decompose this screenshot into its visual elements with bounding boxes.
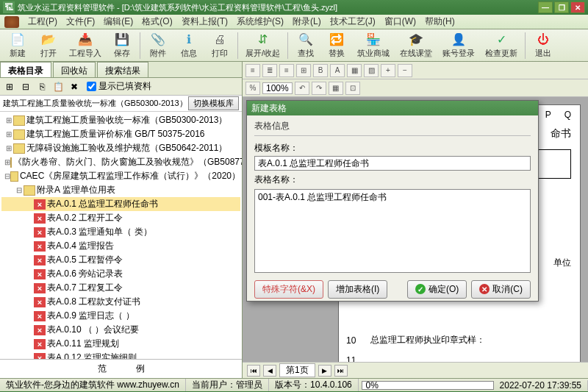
menu-item[interactable]: 格式(O) [137,14,176,29]
tree-label: 表A.0.2 工程开工令 [47,212,123,224]
status-company: 筑业软件-您身边的建筑软件 www.zhuyew.cn [0,379,186,391]
grid-icon[interactable]: ▦ [329,82,343,95]
expand-icon[interactable]: ⊟ [4,172,10,180]
table-name-label: 表格名称： [254,174,531,186]
toolbar-附件[interactable]: 📎附件 [143,31,173,60]
undo-icon[interactable]: ↶ [295,82,309,95]
toolbar-退出[interactable]: ⏻退出 [528,31,558,60]
template-name-input[interactable] [254,156,531,171]
add-table-button[interactable]: 增加表格(I) [328,280,387,299]
pager-prev-icon[interactable]: ◀ [263,365,276,377]
toolbar-打印[interactable]: 🖨打印 [205,31,234,60]
tree-node[interactable]: ×表A.0.1 总监理工程师任命书 [1,197,240,211]
paste-icon[interactable]: 📋 [51,80,65,93]
expand-icon[interactable]: ⊞ [4,130,13,138]
tree-node[interactable]: ×表A.0.8 工程款支付证书 [1,295,240,309]
expand-icon[interactable]: ⊞ [4,158,10,166]
status-user: 当前用户：管理员 [186,379,269,391]
menu-item[interactable]: 帮助(H) [420,14,459,29]
toolbar-在线课堂[interactable]: 🎓在线课堂 [395,31,437,60]
table-name-textarea[interactable] [254,189,531,273]
show-filled-checkbox[interactable] [87,82,96,91]
tree-node[interactable]: ⊞无障碍设施施工验收及维护规范（GB50642-2011） [1,141,240,155]
toolbar-检查更新[interactable]: ✓检查更新 [481,31,522,60]
toolbar-信息[interactable]: ℹ信息 [174,31,204,60]
toolbar-新建[interactable]: 📄新建 [3,31,32,60]
tree-node[interactable]: ×表A.0.4 监理报告 [1,239,240,253]
tree-node[interactable]: ×表A.0.2 工程开工令 [1,211,240,225]
bold-icon[interactable]: B [313,64,328,77]
tree-node[interactable]: ×表A.0.11 监理规划 [1,337,240,351]
tree-node[interactable]: ×表A.0.12 监理实施细则 [1,351,240,359]
tree-node[interactable]: ⊞建筑工程施工质量验收统一标准（GB50300-2013） [1,113,240,127]
toolbar-替换[interactable]: 🔁替换 [322,31,351,60]
tree-node[interactable]: ×表A.0.5 工程暂停令 [1,253,240,267]
fill-icon[interactable]: ▨ [364,64,379,77]
pager-next-icon[interactable]: ▶ [318,365,331,377]
toolbar-打开[interactable]: 📂打开 [34,31,63,60]
expand-all-icon[interactable]: ⊞ [3,80,16,93]
pager-last-icon[interactable]: ⏭ [334,365,348,377]
ok-button[interactable]: ✓确定(O) [407,280,467,299]
menu-item[interactable]: 编辑(E) [99,14,137,29]
pager-first-icon[interactable]: ⏮ [247,365,260,377]
menu-item[interactable]: 系统维护(S) [232,14,288,29]
zoom-value[interactable]: 100% [262,82,293,94]
align-right-icon[interactable]: ≡ [279,64,294,77]
tree-node[interactable]: ×表A.0.6 旁站记录表 [1,267,240,281]
tree-node[interactable]: ⊟CAEC《房屋建筑工程监理工作标准（试行）》（2020） [1,169,240,183]
zoom-icon[interactable]: % [245,82,260,95]
tree-node[interactable]: ×表A.0.10 （ ）会议纪要 [1,323,240,337]
expand-icon[interactable]: ⊟ [15,186,24,194]
toolbar-查找[interactable]: 🔍查找 [291,31,320,60]
main-toolbar: 📄新建📂打开📥工程导入💾保存📎附件ℹ信息🖨打印⇵展开/收起🔍查找🔁替换🏪筑业商城… [0,29,588,62]
font-color-icon[interactable]: A [330,64,345,77]
toolbar-label: 检查更新 [485,48,517,59]
align-center-icon[interactable]: ≣ [262,64,277,77]
tree-node[interactable]: ×表A.0.3 监理通知单（ 类） [1,225,240,239]
toolbar-icon: ✓ [494,32,509,47]
menu-item[interactable]: 文件(F) [62,14,99,29]
delete-icon[interactable]: ✖ [68,80,81,93]
border-icon[interactable]: ▦ [347,64,362,77]
tab-0[interactable]: 表格目录 [0,62,51,77]
align-left-icon[interactable]: ≡ [245,64,260,77]
expand-icon[interactable]: ⊞ [4,116,13,124]
restore-button[interactable]: ❐ [554,1,569,13]
cell-format-icon[interactable]: ⊡ [345,82,360,95]
toolbar-保存[interactable]: 💾保存 [107,31,137,60]
collapse-all-icon[interactable]: ⊟ [19,80,32,93]
menu-item[interactable]: 附录(L) [288,14,326,29]
copy-icon[interactable]: ⎘ [35,80,49,93]
expand-icon[interactable]: ⊞ [4,144,13,152]
toolbar-label: 工程导入 [69,48,101,59]
switch-template-button[interactable]: 切换模板库 [188,96,239,110]
menu-item[interactable]: 窗口(W) [380,14,420,29]
tree-node[interactable]: ⊟附录A 监理单位用表 [1,183,240,197]
toolbar-label: 退出 [535,48,551,59]
tab-1[interactable]: 回收站 [53,62,96,77]
menu-item[interactable]: 工程(P) [24,14,62,29]
toolbar-筑业商城[interactable]: 🏪筑业商城 [353,31,394,60]
redo-icon[interactable]: ↷ [312,82,326,95]
close-button[interactable]: ✕ [570,1,585,13]
special-char-button[interactable]: 特殊字符(&X) [254,280,323,299]
menu-item[interactable]: 技术工艺(J) [326,14,380,29]
toolbar-工程导入[interactable]: 📥工程导入 [65,31,106,60]
cancel-button[interactable]: ✕取消(C) [471,280,531,299]
tree-node[interactable]: ×表A.0.9 监理日志（ ） [1,309,240,323]
tree-node[interactable]: ⊞《防火卷帘、防火门、防火窗施工及验收规范》（GB50877-2014） [1,155,240,169]
delete-row-icon[interactable]: − [398,64,412,77]
tab-2[interactable]: 搜索结果 [97,62,148,77]
toolbar-账号登录[interactable]: 👤账号登录 [438,31,479,60]
tree-node[interactable]: ×表A.0.7 工程复工令 [1,281,240,295]
minimize-button[interactable]: — [538,1,553,13]
merge-icon[interactable]: ⊞ [296,64,311,77]
pager-label[interactable]: 第1页 [279,363,315,377]
insert-row-icon[interactable]: + [381,64,395,77]
tree-node[interactable]: ⊞建筑工程施工质量评价标准 GB/T 50375-2016 [1,127,240,141]
template-tree[interactable]: ⊞建筑工程施工质量验收统一标准（GB50300-2013）⊞建筑工程施工质量评价… [0,112,242,359]
tree-label: 建筑工程施工质量验收统一标准（GB50300-2013） [26,114,227,126]
menu-item[interactable]: 资料上报(T) [177,14,232,29]
toolbar-展开/收起[interactable]: ⇵展开/收起 [241,31,284,60]
